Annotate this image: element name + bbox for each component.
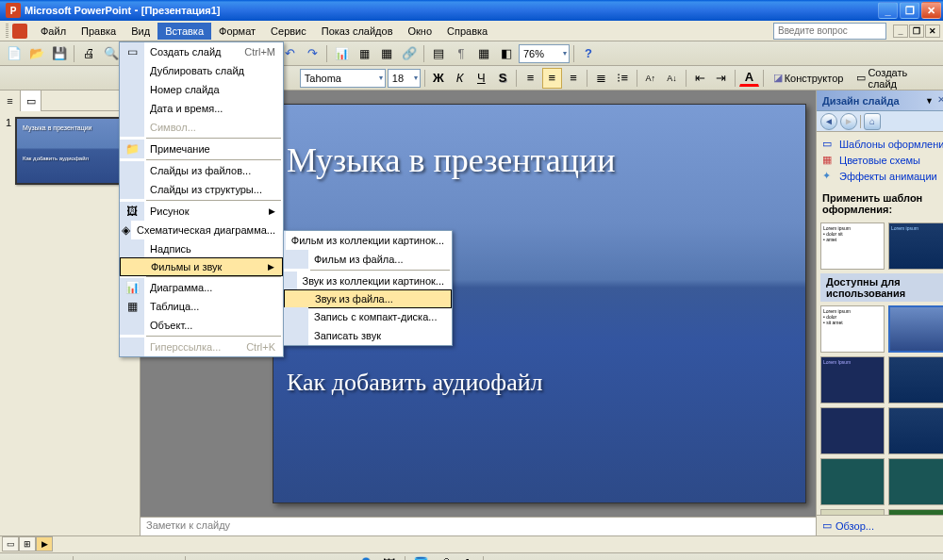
increase-font-button[interactable]: A↑ [641,68,661,89]
diagram-button[interactable]: ◈ [332,554,353,561]
submenu-item[interactable]: Записать звук [284,326,452,345]
font-combo[interactable]: Tahoma [300,69,386,88]
menu-item[interactable]: 📊Диаграмма... [120,278,283,297]
template-item[interactable]: Lorem ipsum [888,222,943,270]
arrow-button[interactable]: ↘ [214,554,235,561]
increase-indent-button[interactable]: ⇥ [711,68,731,89]
menu-item[interactable]: Дата и время... [120,99,283,118]
normal-view-button[interactable]: ▭ [2,536,19,552]
submenu-item[interactable]: Запись с компакт-диска... [284,307,452,326]
menu-edit[interactable]: Правка [74,23,124,40]
submenu-item[interactable]: Звук из файла... [284,289,452,308]
back-button[interactable]: ◄ [820,113,837,130]
menu-format[interactable]: Формат [211,23,263,40]
align-center-button[interactable]: ≡ [542,68,562,89]
submenu-item[interactable]: Звук из коллекции картинок... [284,272,452,290]
menu-item[interactable]: Объект... [120,316,283,335]
select-objects-button[interactable]: ↖ [78,554,99,561]
template-item[interactable] [888,407,943,454]
doc-restore-button[interactable]: ❐ [909,25,924,38]
insert-table-button[interactable] [354,43,374,64]
menu-item[interactable]: 📁Примечание [120,140,283,158]
template-item-selected[interactable] [888,305,943,353]
color-grayscale-button[interactable]: ◧ [496,43,517,64]
menu-item[interactable]: Номер слайда [120,80,283,99]
browse-link[interactable]: ▭ Обзор... [817,515,943,535]
bold-button[interactable]: Ж [429,68,449,89]
menu-slideshow[interactable]: Показ слайдов [314,23,401,40]
fill-color-button[interactable]: 🪣 [410,555,431,560]
menu-window[interactable]: Окно [401,23,440,40]
template-item[interactable]: Lorem ipsum• dolor sit• amet [820,222,885,270]
font-color-button[interactable]: A [739,69,759,87]
slide-thumbnail[interactable]: Музыка в презентации Как добавить аудиоф… [15,117,136,185]
insert-chart-button[interactable] [331,43,352,64]
close-button[interactable]: ✕ [921,2,941,19]
menu-item[interactable]: Надпись [120,239,283,258]
slide-subtitle[interactable]: Как добавить аудиофайл [287,369,792,397]
menu-item[interactable]: 🖼Рисунок▶ [120,202,283,221]
slide-design-button[interactable]: ◪Конструктор [768,72,850,84]
minimize-button[interactable]: _ [878,2,898,19]
menu-insert[interactable]: Вставка [157,23,211,40]
shadow-button[interactable]: S [493,68,513,89]
bullets-button[interactable]: ⁝≡ [613,68,633,89]
numbering-button[interactable]: ≣ [591,68,611,89]
underline-button[interactable]: Ч [472,68,491,89]
template-item[interactable] [888,356,943,404]
align-left-button[interactable]: ≡ [521,68,540,89]
font-color-button[interactable]: A [457,555,478,560]
expand-all-button[interactable]: ▤ [428,43,449,64]
print-button[interactable] [78,43,99,64]
3d-style-button[interactable]: ◨ [583,554,604,561]
menu-item[interactable]: ▦Таблица... [120,297,283,316]
save-button[interactable] [49,43,70,64]
template-item[interactable]: Lorem ipsum• dolor• sit amet [820,305,885,353]
menu-item[interactable]: Слайды из файлов... [120,161,283,180]
home-button[interactable]: ⌂ [864,113,881,130]
notes-pane[interactable]: Заметки к слайду [141,517,816,535]
maximize-button[interactable]: ❐ [900,2,919,19]
align-right-button[interactable]: ≡ [564,68,584,89]
insert-picture-button[interactable] [379,554,400,561]
dash-style-button[interactable]: ┅ [512,554,533,561]
doc-minimize-button[interactable]: _ [893,25,908,38]
decrease-indent-button[interactable]: ⇤ [690,68,710,89]
color-schemes-link[interactable]: ▦Цветовые схемы [822,154,943,167]
tables-borders-button[interactable]: ▦ [376,43,397,64]
line-color-button[interactable]: 🖊 [434,555,455,560]
slideshow-view-button[interactable]: ▶ [36,536,53,552]
doc-close-button[interactable]: ✕ [925,25,940,38]
show-grid-button[interactable]: ▦ [473,43,494,64]
template-item[interactable]: Lorem Ipsum [820,356,885,404]
arrow-style-button[interactable]: ⇄ [536,554,556,561]
task-pane-close-icon[interactable]: ✕ [937,94,943,107]
ask-question-input[interactable] [773,23,886,40]
text-box-button[interactable]: ▢ [285,554,306,561]
help-button[interactable]: ? [578,43,599,64]
menu-item[interactable]: ▭Создать слайдCtrl+M [120,42,283,61]
menu-tools[interactable]: Сервис [263,23,314,40]
outline-tab[interactable]: ≡ [0,91,21,111]
redo-button[interactable]: ↷ [302,43,323,64]
menu-item[interactable]: Слайды из структуры... [120,180,283,199]
new-button[interactable] [4,43,25,64]
line-button[interactable]: ＼ [190,554,211,561]
task-pane-dropdown-icon[interactable]: ▼ [925,96,934,106]
open-button[interactable] [26,43,47,64]
line-style-button[interactable]: ≡ [488,554,509,561]
template-item[interactable] [820,407,885,454]
rectangle-button[interactable]: ▭ [238,554,258,561]
oval-button[interactable]: ○ [261,554,282,561]
animation-schemes-link[interactable]: ✦Эффекты анимации [822,170,943,183]
slide-title[interactable]: Музыка в презентации [287,140,792,180]
slide-sorter-view-button[interactable]: ⊞ [19,536,36,552]
menu-view[interactable]: Вид [124,23,157,40]
submenu-item[interactable]: Фильм из файла... [284,250,452,269]
template-item[interactable] [888,458,943,505]
menu-item[interactable]: Фильмы и звук▶ [120,257,283,276]
new-slide-button[interactable]: ▭Создать слайд [851,67,939,90]
menu-item[interactable]: Дублировать слайд [120,61,283,80]
forward-button[interactable]: ► [840,113,857,130]
design-templates-link[interactable]: ▭Шаблоны оформления [822,138,943,151]
